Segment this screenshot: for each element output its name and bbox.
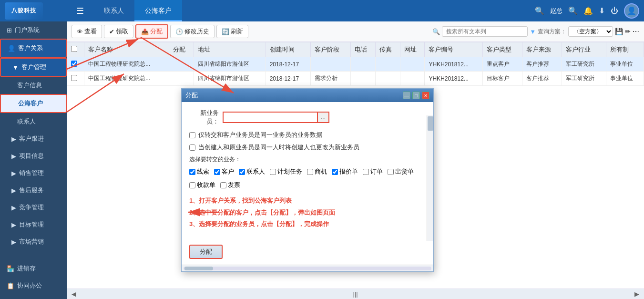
sidebar-item-after-sales[interactable]: ▶ 售后服务 (0, 182, 67, 199)
sidebar-item-inventory[interactable]: 🏪 进销存 (0, 260, 67, 277)
cell-code-1: YHKH201812... (425, 57, 482, 72)
col-source: 客户来源 (522, 42, 562, 57)
browse-button[interactable]: ... (318, 112, 329, 123)
checkbox-transfer-only[interactable] (189, 132, 195, 138)
modal-scrollbar[interactable] (427, 115, 433, 241)
hamburger-button[interactable]: ☰ (72, 6, 89, 16)
minimize-button[interactable]: — (403, 92, 410, 99)
view-button[interactable]: 👁 查看 (72, 25, 102, 38)
modal-dialog[interactable]: 分配 — □ ✕ 新业务员： ... 仅转交和客户业务员是同一业务员的业务数据 (181, 88, 434, 272)
cell-source-2: 客户推荐 (522, 72, 562, 86)
cell-name-1: 中国工程物理研究院总... (84, 57, 169, 72)
search-icon[interactable]: 🔍 (535, 6, 544, 15)
col-name: 客户名称 (84, 42, 169, 57)
power-icon[interactable]: ⏻ (611, 7, 618, 15)
sidebar-item-sales-mgmt[interactable]: ▶ 销售管理 (0, 165, 67, 182)
transfer-checkboxes: 线索 客户 联系人 计划任务 商机 (189, 167, 426, 189)
cell-industry-1: 军工研究所 (562, 57, 606, 72)
sidebar-item-customer-followup[interactable]: ▶ 客户跟进 (0, 130, 67, 147)
cell-checkbox-1[interactable] (67, 57, 84, 72)
cell-type-2: 目标客户 (482, 72, 522, 86)
notification-icon[interactable]: 🔔 (583, 6, 593, 15)
filter-select[interactable]: 〈空方案〉 (568, 26, 613, 37)
checkbox-contact-label: 联系人 (246, 167, 265, 176)
toolbar: 👁 查看 ✔ 领取 📤 分配 🕒 修改历史 🔄 刷新 🔍 (67, 21, 644, 42)
sidebar-item-collaboration[interactable]: 📋 协同办公 (0, 277, 67, 294)
row-checkbox-2[interactable] (71, 75, 77, 81)
checkbox-2-label: 当创建人和原业务员是同一人时将创建人也更改为新业务员 (198, 143, 359, 152)
checkbox-shipment-input[interactable] (388, 169, 394, 175)
search-icon-toolbar: 🔍 (432, 28, 440, 35)
sidebar-item-public-customers[interactable]: 公海客户 (0, 94, 67, 113)
row-checkbox-1[interactable] (71, 61, 77, 67)
salesperson-input[interactable] (223, 112, 318, 123)
cell-phone-1 (350, 57, 375, 72)
top-right: 🔍 赵总 🔍 🔔 ⬇ ⏻ 👤 (535, 3, 639, 19)
scroll-end: ▶ (634, 290, 639, 298)
refresh-icon: 🔄 (222, 28, 229, 35)
checkbox-receipt-input[interactable] (189, 182, 195, 188)
sidebar-item-contacts[interactable]: 联系人 (0, 113, 67, 130)
cell-assign-2 (169, 72, 194, 86)
sidebar-item-portal[interactable]: ⊞ 门户系统 (0, 21, 67, 39)
checkbox-task-label: 计划任务 (277, 167, 302, 176)
filter-label: 查询方案： (538, 28, 566, 36)
col-ownership: 所有制 (606, 42, 644, 57)
sidebar-item-customer-mgmt[interactable]: ▼ 客户管理 (0, 58, 67, 77)
checkbox-quote-input[interactable] (332, 169, 338, 175)
cell-ownership-2: 事业单位 (606, 72, 644, 86)
checkbox-row-2: 当创建人和原业务员是同一人时将创建人也更改为新业务员 (189, 143, 426, 152)
claim-button[interactable]: ✔ 领取 (104, 25, 133, 38)
cell-stage-2: 需求分析 (311, 72, 350, 86)
checkbox-task-input[interactable] (270, 169, 276, 175)
close-button[interactable]: ✕ (422, 92, 429, 99)
instruction-text: 1、打开客户关系，找到公海客户列表 2、选中要分配的客户，点击【分配】，弹出如图… (189, 195, 426, 230)
modal-assign-button[interactable]: 分配 (189, 245, 223, 259)
table-row[interactable]: 中国工程物理研究院总... 四川省绵阳市游仙区 2018-12-17 需求分析 … (67, 72, 644, 86)
checkbox-invoice-input[interactable] (220, 182, 226, 188)
search-icon-2[interactable]: 🔍 (568, 6, 578, 15)
edit-filter-icon[interactable]: ✏ (625, 28, 631, 35)
user-icon: 👤 (8, 45, 15, 52)
modal-bottom-scrollbar[interactable] (182, 265, 433, 271)
sidebar-item-crm[interactable]: 👤 客户关系 (0, 39, 67, 58)
checkbox-1-label: 仅转交和客户业务员是同一业务员的业务数据 (198, 131, 322, 139)
search-input[interactable] (442, 26, 528, 37)
cell-website-2 (400, 72, 425, 86)
form-row-salesperson: 新业务员： ... (189, 109, 426, 126)
checkbox-opportunity-input[interactable] (307, 169, 313, 175)
assign-button[interactable]: 📤 分配 (135, 24, 168, 39)
sidebar-item-target-mgmt[interactable]: ▶ 目标管理 (0, 216, 67, 233)
more-icon[interactable]: ⋯ (633, 28, 639, 35)
refresh-button[interactable]: 🔄 刷新 (216, 25, 248, 38)
maximize-button[interactable]: □ (412, 92, 420, 99)
sidebar-item-project-info[interactable]: ▶ 项目信息 (0, 147, 67, 165)
sidebar-item-marketing[interactable]: ▶ 市场营销 (0, 233, 67, 250)
chevron-right-icon-3: ▶ (11, 170, 16, 177)
checkbox-clue-input[interactable] (189, 169, 195, 175)
save-filter-icon[interactable]: 💾 (615, 28, 623, 35)
sidebar-item-customer-info[interactable]: 客户信息 (0, 77, 67, 94)
checkbox-task: 计划任务 (270, 167, 302, 176)
checkbox-contact-input[interactable] (239, 169, 245, 175)
sidebar-item-competition[interactable]: ▶ 竞争管理 (0, 199, 67, 216)
table-row[interactable]: 中国工程物理研究院总... 四川省绵阳市游仙区 2018-12-17 YHKH2… (67, 57, 644, 72)
nav-tabs: 联系人 公海客户 (93, 0, 182, 21)
checkbox-customer: 客户 (214, 167, 234, 176)
select-all-checkbox[interactable] (71, 46, 77, 52)
checkbox-creator[interactable] (189, 144, 195, 151)
download-icon[interactable]: ⬇ (599, 6, 605, 15)
history-button[interactable]: 🕒 修改历史 (170, 25, 215, 38)
nav-tab-contacts[interactable]: 联系人 (93, 0, 134, 21)
col-checkbox (67, 42, 84, 57)
target-label: 目标管理 (19, 220, 44, 229)
cell-code-2: YHKH201812... (425, 72, 482, 86)
sidebar: ⊞ 门户系统 👤 客户关系 ▼ 客户管理 客户信息 公海客户 联系人 ▶ 客户跟… (0, 21, 67, 299)
project-label: 项目信息 (19, 152, 44, 160)
chevron-right-icon-6: ▶ (11, 221, 16, 228)
nav-tab-public-customers[interactable]: 公海客户 (134, 0, 182, 21)
cell-checkbox-2[interactable] (67, 72, 84, 86)
checkbox-order-input[interactable] (363, 169, 369, 175)
cell-created-1: 2018-12-17 (266, 57, 311, 72)
checkbox-customer-input[interactable] (214, 169, 220, 175)
